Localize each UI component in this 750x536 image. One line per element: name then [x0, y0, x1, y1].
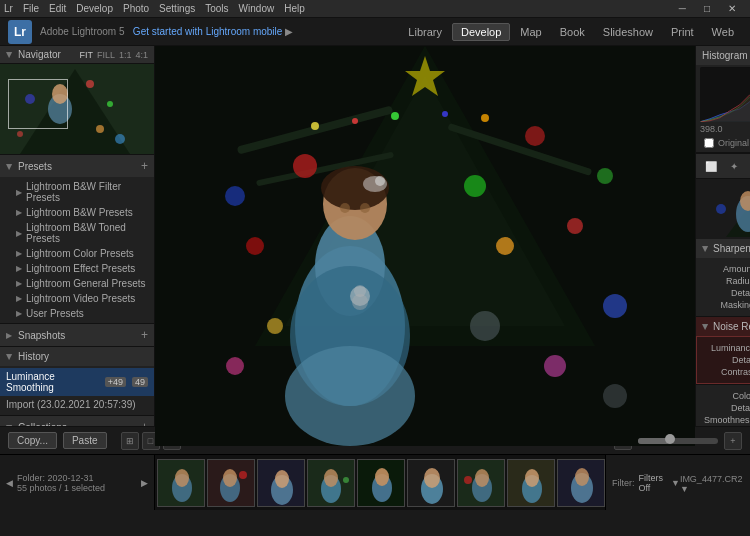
window-maximize[interactable]: □ — [704, 3, 710, 14]
preset-item-7[interactable]: ▶ User Presets — [0, 306, 154, 321]
before-after-svg — [696, 179, 750, 239]
color-nr-detail-label: Detail — [702, 403, 750, 413]
sharpening-section: ▶ Sharpening Amount 25 Radius — [696, 239, 750, 317]
film-thumb-8[interactable] — [557, 459, 605, 507]
nav-4-1-btn[interactable]: 4:1 — [135, 50, 148, 60]
module-web[interactable]: Web — [704, 24, 742, 40]
film-thumb-1[interactable] — [207, 459, 255, 507]
film-thumb-2[interactable] — [257, 459, 305, 507]
svg-point-60 — [716, 204, 726, 214]
grid-view-icon[interactable]: ⊞ — [121, 432, 139, 450]
tool-icons-row: ⬜ ✦ ◉ ▣ ◎ ⬤ — [696, 153, 750, 179]
sharpening-radius-label: Radius — [702, 276, 750, 286]
menu-file[interactable]: File — [23, 3, 39, 14]
menu-photo[interactable]: Photo — [123, 3, 149, 14]
film-thumb-3[interactable] — [307, 459, 355, 507]
collections-header[interactable]: ▶ Collections + — [0, 416, 154, 426]
snapshots-header[interactable]: ▶ Snapshots + — [0, 324, 154, 346]
filter-row: Filter: Filters Off ▼ — [612, 473, 680, 493]
module-slideshow[interactable]: Slideshow — [595, 24, 661, 40]
bottom-copy-button[interactable]: Copy... — [8, 432, 57, 449]
original-photo-checkbox[interactable] — [704, 138, 714, 148]
preset-item-5[interactable]: ▶ Lightroom General Presets — [0, 276, 154, 291]
preset-item-3[interactable]: ▶ Lightroom Color Presets — [0, 246, 154, 261]
window-close[interactable]: ✕ — [728, 3, 736, 14]
bottom-paste-button[interactable]: Paste — [63, 432, 107, 449]
zoom-thumb[interactable] — [665, 434, 675, 444]
svg-point-63 — [175, 469, 189, 487]
history-header[interactable]: ▶ History — [0, 347, 154, 366]
collections-section: ▶ Collections + ☰ Filter Collections ⚙ S… — [0, 416, 154, 426]
svg-point-70 — [275, 470, 289, 488]
zoom-in-icon[interactable]: + — [724, 432, 742, 450]
module-print[interactable]: Print — [663, 24, 702, 40]
preset-item-0[interactable]: ▶ Lightroom B&W Filter Presets — [0, 179, 154, 205]
sharpening-detail-label: Detail — [702, 288, 750, 298]
history-item-1[interactable]: Import (23.02.2021 20:57:39) — [0, 396, 154, 413]
filmstrip-next-icon[interactable]: ▶ — [141, 478, 148, 488]
film-thumb-7[interactable] — [507, 459, 555, 507]
svg-point-87 — [525, 469, 539, 487]
preset-item-4[interactable]: ▶ Lightroom Effect Presets — [0, 261, 154, 276]
film-thumb-5[interactable] — [407, 459, 455, 507]
center-image-area — [155, 46, 695, 426]
color-nr-color-row: Color 25 — [702, 391, 750, 401]
filter-value[interactable]: Filters Off — [639, 473, 667, 493]
presets-header[interactable]: ▶ Presets + — [0, 155, 154, 177]
module-book[interactable]: Book — [552, 24, 593, 40]
heal-tool[interactable]: ✦ — [725, 157, 743, 175]
sharpening-header[interactable]: ▶ Sharpening — [696, 239, 750, 258]
svg-point-74 — [343, 477, 349, 483]
noise-reduction-content: Luminance 49 Detail 50 Contr — [696, 336, 750, 384]
preset-item-6[interactable]: ▶ Lightroom Video Presets — [0, 291, 154, 306]
menu-lr[interactable]: Lr — [4, 3, 13, 14]
history-title: History — [18, 351, 49, 362]
sharpening-amount-label: Amount — [702, 264, 750, 274]
film-thumb-4[interactable] — [357, 459, 405, 507]
filmstrip-folder: Folder: 2020-12-31 — [17, 473, 137, 483]
history-badge-0a: +49 — [105, 377, 126, 387]
image-canvas[interactable] — [155, 46, 695, 446]
collections-add-button[interactable]: + — [141, 420, 148, 426]
preset-item-2[interactable]: ▶ Lightroom B&W Toned Presets — [0, 220, 154, 246]
sharpening-title: Sharpening — [713, 243, 750, 254]
noise-reduction-header[interactable]: ▶ Noise Reduction — [696, 317, 750, 336]
module-map[interactable]: Map — [512, 24, 549, 40]
history-item-0[interactable]: Luminance Smoothing +49 49 — [0, 368, 154, 396]
nav-1-1-btn[interactable]: 1:1 — [119, 50, 132, 60]
module-library[interactable]: Library — [400, 24, 450, 40]
menu-settings[interactable]: Settings — [159, 3, 195, 14]
menu-help[interactable]: Help — [284, 3, 305, 14]
svg-point-67 — [239, 471, 247, 479]
histogram-canvas — [700, 67, 750, 122]
snapshots-add-button[interactable]: + — [141, 328, 148, 342]
menu-tools[interactable]: Tools — [205, 3, 228, 14]
main-area: ▶ Navigator FIT FILL 1:1 4:1 — [0, 46, 750, 426]
original-photo-label: Original Photo — [718, 138, 750, 148]
nav-fit-btn[interactable]: FIT — [79, 50, 93, 60]
filmstrip-thumbs — [155, 455, 605, 510]
module-nav: Library Develop Map Book Slideshow Print… — [400, 23, 742, 41]
presets-add-button[interactable]: + — [141, 159, 148, 173]
menu-develop[interactable]: Develop — [76, 3, 113, 14]
preset-item-1[interactable]: ▶ Lightroom B&W Presets — [0, 205, 154, 220]
window-minimize[interactable]: ─ — [679, 3, 686, 14]
left-panel: ▶ Navigator FIT FILL 1:1 4:1 — [0, 46, 155, 426]
menu-window[interactable]: Window — [239, 3, 275, 14]
film-thumb-6[interactable] — [457, 459, 505, 507]
zoom-slider[interactable] — [638, 438, 718, 444]
filmstrip-prev-icon[interactable]: ◀ — [6, 478, 13, 488]
film-thumb-0[interactable] — [157, 459, 205, 507]
navigator-header[interactable]: ▶ Navigator FIT FILL 1:1 4:1 — [0, 46, 154, 64]
noise-reduction-title: Noise Reduction — [713, 321, 750, 332]
histogram-header[interactable]: Histogram — [696, 46, 750, 65]
nav-fill-btn[interactable]: FILL — [97, 50, 115, 60]
filter-dropdown-icon[interactable]: ▼ — [671, 478, 680, 488]
right-panel: Histogram — [695, 46, 750, 426]
module-develop[interactable]: Develop — [452, 23, 510, 41]
presets-title: Presets — [18, 161, 52, 172]
crop-tool[interactable]: ⬜ — [702, 157, 720, 175]
menu-edit[interactable]: Edit — [49, 3, 66, 14]
topbar-mobile-link[interactable]: Get started with Lightroom mobile — [133, 26, 283, 37]
filmstrip-right: Filter: Filters Off ▼ IMG_4477.CR2 ▼ — [605, 455, 750, 510]
